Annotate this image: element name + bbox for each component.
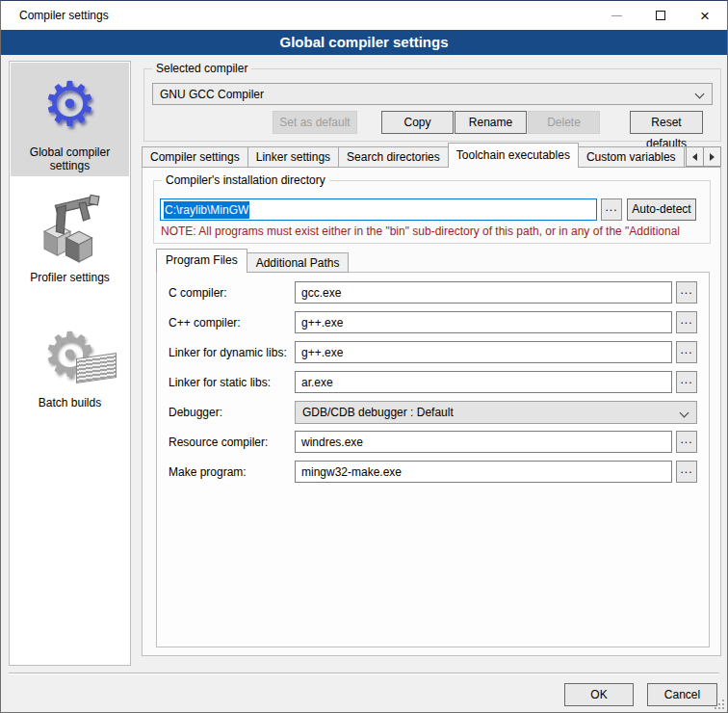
maximize-button[interactable] bbox=[638, 1, 683, 30]
set-as-default-button: Set as default bbox=[273, 111, 357, 134]
tab-scroll-left-button[interactable] bbox=[686, 146, 704, 167]
gear-blue-icon: ⚙ bbox=[11, 63, 129, 145]
resource-compiler-input[interactable]: windres.exe bbox=[295, 431, 672, 453]
select-value: GDB/CDB debugger : Default bbox=[302, 406, 454, 419]
program-tabs: Program FilesAdditional Paths bbox=[156, 251, 348, 273]
tab-scroll-arrows bbox=[687, 146, 721, 167]
compiler-settings-dialog: Compiler settings × Global compiler sett… bbox=[0, 0, 728, 713]
resize-grip[interactable] bbox=[715, 700, 724, 709]
input-value: ar.exe bbox=[301, 376, 333, 389]
field-row-linker-for-static-libs: Linker for static libs:ar.exe... bbox=[169, 371, 697, 393]
maximize-icon bbox=[656, 11, 665, 20]
tab-custom-variables[interactable]: Custom variables bbox=[578, 146, 685, 168]
toolchain-executables-panel: Compiler's installation directory C:\ray… bbox=[142, 167, 721, 656]
debugger-select[interactable]: GDB/CDB debugger : Default bbox=[295, 401, 697, 424]
sidebar-item-label: Profiler settings bbox=[26, 271, 114, 284]
browse-directory-button[interactable]: ... bbox=[601, 198, 622, 221]
c-compiler-input[interactable]: g++.exe bbox=[295, 311, 672, 333]
browse-resource-compiler-button[interactable]: ... bbox=[676, 431, 697, 453]
page-title: Global compiler settings bbox=[1, 30, 727, 55]
window-title: Compiler settings bbox=[19, 9, 109, 22]
field-label: Debugger: bbox=[169, 406, 295, 419]
profiler-caliper-icon bbox=[11, 188, 129, 271]
minimize-button[interactable] bbox=[594, 1, 638, 30]
copy-button[interactable]: Copy bbox=[381, 111, 454, 134]
selected-compiler-group-label: Selected compiler bbox=[152, 62, 251, 75]
selected-compiler-group: Selected compiler GNU GCC Compiler Set a… bbox=[143, 68, 721, 142]
installation-directory-input[interactable]: C:\raylib\MinGW bbox=[160, 198, 597, 221]
input-value: mingw32-make.exe bbox=[301, 465, 402, 479]
note-text: NOTE: All programs must exist either in … bbox=[161, 224, 708, 238]
close-icon: × bbox=[700, 8, 710, 24]
make-program-input[interactable]: mingw32-make.exe bbox=[295, 461, 672, 483]
field-row-c-compiler: C compiler:gcc.exe... bbox=[169, 281, 697, 304]
rename-button[interactable]: Rename bbox=[455, 111, 527, 134]
field-row-resource-compiler: Resource compiler:windres.exe... bbox=[169, 431, 697, 453]
close-button[interactable]: × bbox=[683, 1, 727, 30]
minimize-icon bbox=[611, 15, 622, 16]
sidebar-item-label: Global compiler settings bbox=[11, 145, 129, 172]
linker-for-dynamic-libs-input[interactable]: g++.exe bbox=[295, 341, 672, 363]
window-controls: × bbox=[594, 1, 727, 30]
tab-scroll-right-button[interactable] bbox=[703, 146, 721, 167]
settings-tabs: Compiler settingsLinker settingsSearch d… bbox=[142, 145, 721, 168]
ok-button[interactable]: OK bbox=[564, 683, 634, 706]
installation-directory-value: C:\raylib\MinGW bbox=[164, 201, 249, 219]
subtab-program-files[interactable]: Program Files bbox=[156, 249, 247, 273]
field-row-make-program: Make program:mingw32-make.exe... bbox=[169, 461, 697, 483]
field-label: Make program: bbox=[169, 465, 295, 479]
sidebar-item-global-compiler-settings[interactable]: ⚙Global compiler settings bbox=[11, 63, 129, 176]
delete-button: Delete bbox=[528, 111, 600, 134]
program-files-panel: C compiler:gcc.exe...C++ compiler:g++.ex… bbox=[156, 272, 710, 647]
browse-c-compiler-button[interactable]: ... bbox=[676, 311, 697, 333]
compiler-select[interactable]: GNU GCC Compiler bbox=[152, 83, 713, 105]
input-value: gcc.exe bbox=[301, 286, 341, 300]
gear-stack-icon: ⚙ bbox=[11, 313, 129, 396]
auto-detect-button[interactable]: Auto-detect bbox=[627, 198, 696, 221]
sidebar-item-batch-builds[interactable]: ⚙Batch builds bbox=[11, 313, 129, 427]
field-label: Resource compiler: bbox=[169, 436, 295, 449]
input-value: g++.exe bbox=[301, 316, 343, 330]
tab-toolchain-executables[interactable]: Toolchain executables bbox=[448, 143, 579, 168]
subtab-additional-paths[interactable]: Additional Paths bbox=[247, 252, 350, 273]
compiler-select-value: GNU GCC Compiler bbox=[160, 88, 264, 101]
installation-directory-group-label: Compiler's installation directory bbox=[162, 173, 329, 187]
linker-for-static-libs-input[interactable]: ar.exe bbox=[295, 371, 672, 393]
paper-stack-icon bbox=[76, 353, 117, 383]
footer-divider bbox=[9, 673, 719, 674]
field-row-c-compiler: C++ compiler:g++.exe... bbox=[169, 311, 697, 333]
triangle-left-icon bbox=[692, 153, 697, 161]
field-row-debugger: Debugger:GDB/CDB debugger : Default bbox=[169, 401, 697, 423]
field-row-linker-for-dynamic-libs: Linker for dynamic libs:g++.exe... bbox=[169, 341, 697, 363]
titlebar: Compiler settings × bbox=[1, 1, 727, 30]
field-label: C compiler: bbox=[169, 286, 295, 300]
field-label: C++ compiler: bbox=[169, 316, 295, 330]
field-label: Linker for static libs: bbox=[169, 376, 295, 389]
browse-linker-for-dynamic-libs-button[interactable]: ... bbox=[676, 341, 697, 363]
input-value: g++.exe bbox=[301, 346, 343, 359]
sidebar: ⚙Global compiler settingsProfiler settin… bbox=[9, 61, 131, 666]
installation-directory-group: Compiler's installation directory C:\ray… bbox=[153, 180, 711, 244]
chevron-down-icon bbox=[695, 90, 705, 99]
c-compiler-input[interactable]: gcc.exe bbox=[295, 281, 672, 304]
tab-linker-settings[interactable]: Linker settings bbox=[247, 146, 339, 168]
browse-linker-for-static-libs-button[interactable]: ... bbox=[676, 371, 697, 393]
chevron-down-icon bbox=[680, 408, 689, 417]
input-value: windres.exe bbox=[301, 436, 363, 449]
sidebar-item-label: Batch builds bbox=[35, 396, 105, 409]
field-label: Linker for dynamic libs: bbox=[169, 346, 295, 359]
tab-search-directories[interactable]: Search directories bbox=[338, 146, 449, 168]
triangle-right-icon bbox=[710, 153, 715, 161]
tab-compiler-settings[interactable]: Compiler settings bbox=[142, 146, 248, 168]
browse-c-compiler-button[interactable]: ... bbox=[676, 281, 697, 304]
reset-defaults-button[interactable]: Reset defaults bbox=[630, 111, 703, 134]
cancel-button[interactable]: Cancel bbox=[647, 683, 717, 706]
sidebar-item-profiler-settings[interactable]: Profiler settings bbox=[11, 188, 129, 302]
browse-make-program-button[interactable]: ... bbox=[676, 461, 697, 483]
